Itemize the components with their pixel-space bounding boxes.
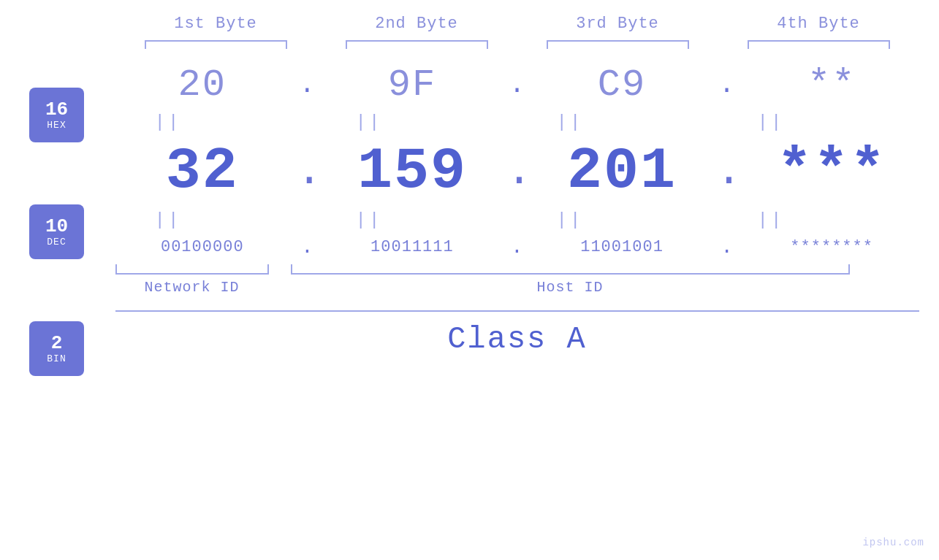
eq2-3: || (490, 210, 650, 230)
hex-row: 20 . 9F . C9 . ** (115, 64, 919, 107)
bracket-3 (547, 40, 689, 49)
base-badges: 16 HEX 10 DEC 2 BIN (29, 88, 84, 376)
hex-val-1: 20 (122, 64, 283, 107)
dec-val-2: 159 (332, 138, 493, 204)
dec-val-3: 201 (541, 138, 702, 204)
dot-hex-3: . (716, 70, 738, 100)
eq2-4: || (691, 210, 851, 230)
hex-val-2: 9F (332, 64, 493, 107)
byte-header-3: 3rd Byte (537, 15, 698, 33)
eq2-2: || (289, 210, 449, 230)
bottom-line (115, 310, 919, 312)
id-labels: Network ID Host ID (115, 279, 919, 296)
bin-val-2: 10011111 (332, 238, 493, 256)
network-bracket (115, 264, 269, 275)
eq-3: || (490, 112, 650, 132)
bottom-brackets (115, 264, 919, 275)
dec-badge: 10 DEC (29, 204, 84, 259)
dot-hex-1: . (296, 70, 318, 100)
eq2-1: || (88, 210, 248, 230)
class-label: Class A (115, 322, 919, 357)
byte-header-1: 1st Byte (135, 15, 296, 33)
byte-header-4: 4th Byte (738, 15, 899, 33)
dot-dec-1: . (296, 147, 318, 196)
host-bracket (291, 264, 850, 275)
eq-4: || (691, 112, 851, 132)
dot-dec-3: . (716, 147, 738, 196)
dot-hex-2: . (506, 70, 528, 100)
dot-bin-1: . (296, 236, 318, 258)
host-id-label: Host ID (291, 279, 850, 296)
bin-val-4: ******** (751, 238, 912, 256)
dot-bin-2: . (506, 236, 528, 258)
eq-1: || (88, 112, 248, 132)
page-container: 1st Byte 2nd Byte 3rd Byte 4th Byte 16 H… (0, 0, 939, 560)
dec-row: 32 . 159 . 201 . *** (115, 138, 919, 204)
eq-2: || (289, 112, 449, 132)
equals-row-2: || || || || (68, 210, 872, 230)
bin-row: 00100000 . 10011111 . 11001001 . *******… (115, 236, 919, 258)
bracket-2 (346, 40, 488, 49)
byte-header-2: 2nd Byte (336, 15, 497, 33)
byte-headers-row: 1st Byte 2nd Byte 3rd Byte 4th Byte (115, 15, 919, 33)
bin-val-1: 00100000 (122, 238, 283, 256)
dot-bin-3: . (716, 236, 738, 258)
bin-val-3: 11001001 (541, 238, 702, 256)
top-brackets (115, 40, 919, 49)
network-id-label: Network ID (115, 279, 269, 296)
dec-val-1: 32 (122, 138, 283, 204)
watermark: ipshu.com (862, 537, 924, 548)
hex-val-3: C9 (541, 64, 702, 107)
equals-row-1: || || || || (68, 112, 872, 132)
dot-dec-2: . (506, 147, 528, 196)
hex-badge: 16 HEX (29, 88, 84, 142)
dec-val-4: *** (751, 138, 912, 204)
bin-badge: 2 BIN (29, 321, 84, 376)
bracket-1 (145, 40, 287, 49)
bracket-4 (748, 40, 890, 49)
hex-val-4: ** (751, 64, 912, 107)
